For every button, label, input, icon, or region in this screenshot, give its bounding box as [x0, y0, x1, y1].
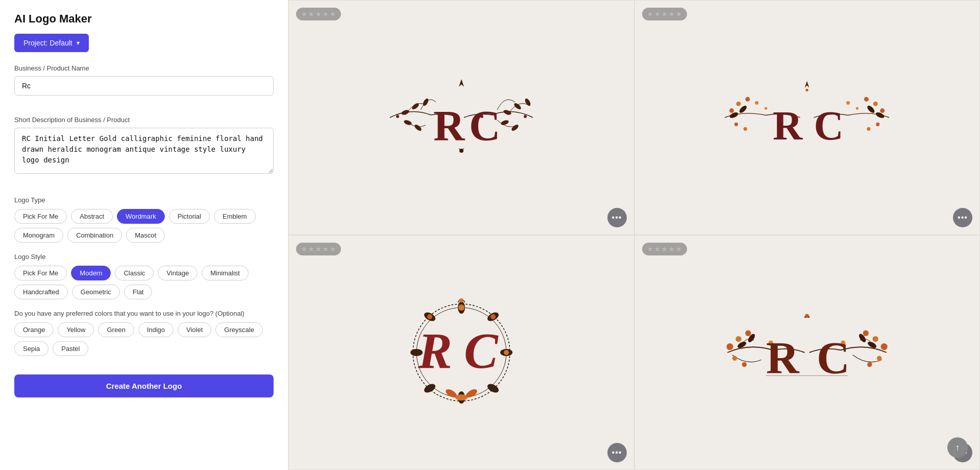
- svg-point-51: [427, 314, 432, 319]
- logo-type-chip-monogram[interactable]: Monogram: [14, 228, 63, 243]
- svg-text:R: R: [766, 332, 800, 383]
- scroll-to-top-button[interactable]: ↑: [947, 437, 968, 458]
- logo-type-chip-mascot[interactable]: Mascot: [126, 228, 165, 243]
- logo-style-chip-flat[interactable]: Flat: [124, 285, 153, 299]
- more-icon: •••: [612, 213, 622, 222]
- logo-style-chip-geometric[interactable]: Geometric: [72, 285, 120, 299]
- svg-point-37: [806, 89, 808, 91]
- logo-type-section: Logo Type Pick For MeAbstractWordmarkPic…: [14, 196, 274, 243]
- svg-point-50: [504, 350, 509, 355]
- svg-point-8: [500, 120, 509, 126]
- svg-point-4: [513, 102, 522, 110]
- svg-point-25: [846, 101, 850, 105]
- description-input[interactable]: RC Initial Letter Gold calligraphic femi…: [14, 128, 274, 174]
- left-panel: AI Logo Maker Project: Default ▾ Busines…: [0, 0, 288, 470]
- star-icon: ★: [301, 10, 307, 18]
- svg-point-63: [863, 331, 869, 336]
- logo-type-chip-emblem[interactable]: Emblem: [214, 209, 256, 224]
- color-chip-green[interactable]: Green: [98, 322, 134, 337]
- logo-style-section: Logo Style Pick For MeModernClassicVinta…: [14, 253, 274, 299]
- svg-point-60: [745, 331, 751, 336]
- star-icon: ★: [662, 245, 668, 253]
- logo-card-1: ★ ★ ★ ★ ★: [288, 0, 634, 235]
- color-chip-orange[interactable]: Orange: [14, 322, 54, 337]
- svg-point-70: [732, 356, 737, 361]
- svg-point-9: [510, 124, 519, 132]
- svg-point-5: [524, 98, 531, 107]
- logo-style-chip-minimalist[interactable]: Minimalist: [202, 266, 249, 280]
- svg-point-74: [805, 314, 809, 318]
- star-rating-3[interactable]: ★ ★ ★ ★ ★: [296, 243, 341, 255]
- logo-card-2: ★ ★ ★ ★ ★: [634, 0, 981, 235]
- star-icon: ★: [330, 10, 336, 18]
- star-rating-2[interactable]: ★ ★ ★ ★ ★: [642, 8, 687, 20]
- svg-point-26: [856, 107, 859, 109]
- more-options-button-2[interactable]: •••: [953, 208, 972, 227]
- chevron-down-icon: ▾: [77, 39, 80, 46]
- svg-text:C: C: [469, 102, 498, 150]
- color-chip-pastel[interactable]: Pastel: [53, 341, 88, 356]
- svg-text:R: R: [433, 102, 465, 150]
- star-icon: ★: [647, 10, 653, 18]
- business-name-input[interactable]: [14, 76, 274, 96]
- logo-type-chip-wordmark[interactable]: Wordmark: [117, 209, 165, 224]
- star-icon: ★: [654, 245, 660, 253]
- svg-point-6: [403, 120, 412, 126]
- star-rating-1[interactable]: ★ ★ ★ ★ ★: [296, 8, 341, 20]
- logo-card-3: ★ ★ ★ ★ ★: [288, 235, 634, 470]
- color-chip-sepia[interactable]: Sepia: [14, 341, 48, 356]
- logo-type-chip-pictorial[interactable]: Pictorial: [169, 209, 210, 224]
- project-button[interactable]: Project: Default ▾: [14, 34, 89, 52]
- logo-type-label: Logo Type: [14, 196, 274, 204]
- star-icon: ★: [662, 10, 668, 18]
- svg-point-72: [877, 356, 881, 361]
- star-icon: ★: [647, 245, 653, 253]
- logo-type-chip-abstract[interactable]: Abstract: [71, 209, 113, 224]
- svg-point-21: [873, 102, 878, 106]
- logo-style-chip-classic[interactable]: Classic: [115, 266, 154, 280]
- color-chip-yellow[interactable]: Yellow: [58, 322, 94, 337]
- svg-point-18: [737, 102, 741, 106]
- more-icon: •••: [958, 213, 968, 222]
- create-logo-button[interactable]: Create Another Logo: [14, 374, 274, 397]
- logo-type-chip-pick-for-me[interactable]: Pick For Me: [14, 209, 67, 224]
- logo-type-chip-group: Pick For MeAbstractWordmarkPictorialEmbl…: [14, 209, 274, 243]
- more-options-button-1[interactable]: •••: [607, 208, 627, 227]
- svg-point-49: [491, 314, 496, 319]
- svg-point-33: [876, 123, 879, 126]
- color-chip-violet[interactable]: Violet: [178, 322, 211, 337]
- logo-card-4: ★ ★ ★ ★ ★: [634, 235, 981, 470]
- logo-image-4: R C: [720, 291, 894, 414]
- svg-point-13: [396, 115, 399, 118]
- svg-point-16: [524, 115, 527, 118]
- logo-style-chip-modern[interactable]: Modern: [71, 266, 111, 280]
- logo-image-2: R C: [720, 56, 894, 179]
- more-options-button-3[interactable]: •••: [607, 443, 627, 462]
- star-icon: ★: [308, 10, 314, 18]
- logo-image-3: R C: [375, 291, 548, 414]
- business-name-section: Business / Product Name: [14, 64, 274, 106]
- colors-chip-group: OrangeYellowGreenIndigoVioletGreyscaleSe…: [14, 322, 274, 356]
- svg-point-17: [729, 108, 734, 113]
- project-label: Project: Default: [23, 39, 72, 47]
- star-rating-4[interactable]: ★ ★ ★ ★ ★: [642, 243, 687, 255]
- logo-style-chip-vintage[interactable]: Vintage: [158, 266, 198, 280]
- svg-point-23: [755, 101, 758, 105]
- logo-style-chip-handcrafted[interactable]: Handcrafted: [14, 285, 68, 299]
- svg-point-20: [880, 108, 885, 113]
- star-icon: ★: [669, 10, 675, 18]
- star-icon: ★: [323, 245, 329, 253]
- logo-style-chip-pick-for-me[interactable]: Pick For Me: [14, 266, 67, 280]
- logo-style-label: Logo Style: [14, 253, 274, 261]
- colors-question: Do you have any preferred colors that yo…: [14, 310, 274, 317]
- color-chip-greyscale[interactable]: Greyscale: [215, 322, 263, 337]
- logo-type-chip-combination[interactable]: Combination: [67, 228, 122, 243]
- star-icon: ★: [330, 245, 336, 253]
- svg-point-7: [413, 124, 422, 132]
- description-section: Short Description of Business / Product …: [14, 116, 274, 186]
- svg-point-15: [480, 115, 483, 118]
- svg-text:C: C: [464, 322, 499, 379]
- svg-point-61: [881, 343, 888, 350]
- star-icon: ★: [654, 10, 660, 18]
- color-chip-indigo[interactable]: Indigo: [138, 322, 174, 337]
